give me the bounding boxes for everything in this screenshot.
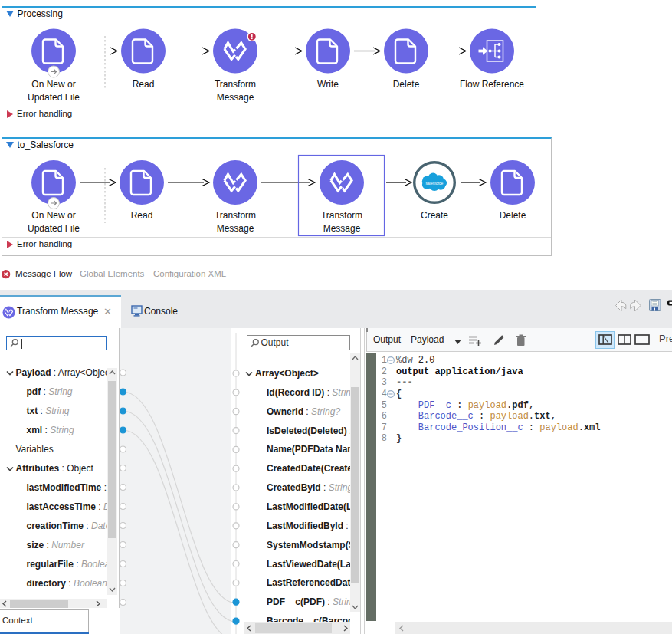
svg-text:salesforce: salesforce	[426, 181, 444, 186]
